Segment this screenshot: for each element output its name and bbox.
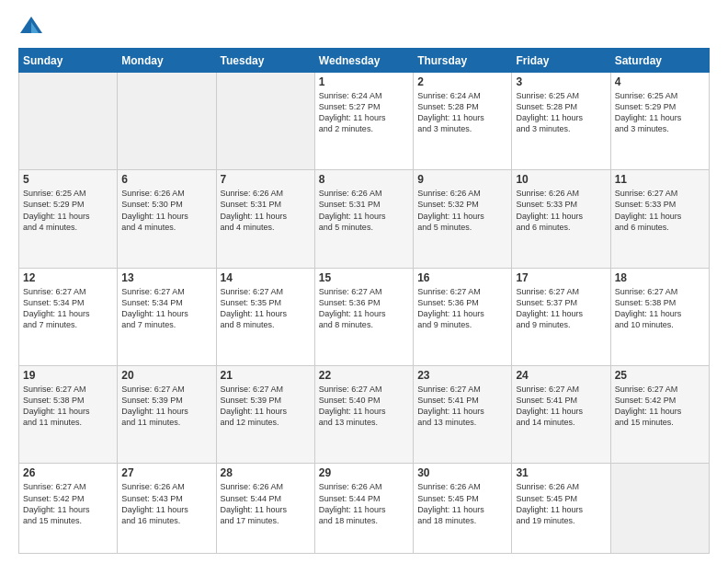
day-info: Sunrise: 6:27 AM Sunset: 5:39 PM Dayligh…	[121, 384, 211, 429]
calendar-cell: 18Sunrise: 6:27 AM Sunset: 5:38 PM Dayli…	[610, 268, 709, 365]
calendar-cell: 27Sunrise: 6:26 AM Sunset: 5:43 PM Dayli…	[118, 464, 216, 554]
day-number: 24	[516, 369, 606, 382]
day-info: Sunrise: 6:26 AM Sunset: 5:43 PM Dayligh…	[121, 481, 211, 526]
calendar-cell: 21Sunrise: 6:27 AM Sunset: 5:39 PM Dayli…	[216, 366, 314, 464]
day-number: 26	[23, 466, 113, 479]
calendar-cell	[610, 464, 709, 554]
calendar-cell: 31Sunrise: 6:26 AM Sunset: 5:45 PM Dayli…	[512, 464, 610, 554]
calendar-cell: 8Sunrise: 6:26 AM Sunset: 5:31 PM Daylig…	[314, 170, 413, 268]
logo-icon	[18, 15, 44, 40]
calendar-cell: 24Sunrise: 6:27 AM Sunset: 5:41 PM Dayli…	[512, 366, 610, 464]
calendar-cell: 3Sunrise: 6:25 AM Sunset: 5:28 PM Daylig…	[512, 73, 610, 170]
day-info: Sunrise: 6:26 AM Sunset: 5:45 PM Dayligh…	[417, 481, 507, 526]
day-number: 17	[516, 271, 606, 284]
day-info: Sunrise: 6:24 AM Sunset: 5:28 PM Dayligh…	[417, 90, 507, 135]
day-number: 14	[221, 271, 311, 284]
day-info: Sunrise: 6:27 AM Sunset: 5:34 PM Dayligh…	[23, 286, 113, 331]
calendar-week-3: 12Sunrise: 6:27 AM Sunset: 5:34 PM Dayli…	[19, 268, 710, 365]
day-info: Sunrise: 6:26 AM Sunset: 5:31 PM Dayligh…	[319, 188, 409, 233]
calendar-cell: 28Sunrise: 6:26 AM Sunset: 5:44 PM Dayli…	[216, 464, 314, 554]
calendar-week-2: 5Sunrise: 6:25 AM Sunset: 5:29 PM Daylig…	[19, 170, 710, 268]
weekday-header-tuesday: Tuesday	[216, 49, 314, 73]
logo	[18, 15, 48, 40]
day-info: Sunrise: 6:25 AM Sunset: 5:29 PM Dayligh…	[23, 188, 113, 233]
day-number: 22	[319, 369, 409, 382]
calendar-cell: 6Sunrise: 6:26 AM Sunset: 5:30 PM Daylig…	[118, 170, 216, 268]
day-info: Sunrise: 6:27 AM Sunset: 5:39 PM Dayligh…	[221, 384, 311, 429]
calendar-cell: 2Sunrise: 6:24 AM Sunset: 5:28 PM Daylig…	[414, 73, 512, 170]
day-info: Sunrise: 6:27 AM Sunset: 5:42 PM Dayligh…	[23, 481, 113, 526]
day-info: Sunrise: 6:27 AM Sunset: 5:42 PM Dayligh…	[615, 384, 705, 429]
calendar-table: SundayMondayTuesdayWednesdayThursdayFrid…	[18, 48, 710, 554]
calendar-cell: 9Sunrise: 6:26 AM Sunset: 5:32 PM Daylig…	[414, 170, 512, 268]
day-info: Sunrise: 6:26 AM Sunset: 5:44 PM Dayligh…	[221, 481, 311, 526]
day-info: Sunrise: 6:27 AM Sunset: 5:38 PM Dayligh…	[23, 384, 113, 429]
calendar-cell: 19Sunrise: 6:27 AM Sunset: 5:38 PM Dayli…	[19, 366, 118, 464]
day-info: Sunrise: 6:27 AM Sunset: 5:36 PM Dayligh…	[417, 286, 507, 331]
calendar-cell: 30Sunrise: 6:26 AM Sunset: 5:45 PM Dayli…	[414, 464, 512, 554]
calendar-cell	[118, 73, 216, 170]
day-info: Sunrise: 6:27 AM Sunset: 5:35 PM Dayligh…	[221, 286, 311, 331]
calendar-cell: 26Sunrise: 6:27 AM Sunset: 5:42 PM Dayli…	[19, 464, 118, 554]
calendar-cell	[19, 73, 118, 170]
calendar-cell: 7Sunrise: 6:26 AM Sunset: 5:31 PM Daylig…	[216, 170, 314, 268]
day-number: 2	[417, 75, 507, 88]
page: SundayMondayTuesdayWednesdayThursdayFrid…	[0, 0, 728, 563]
day-number: 3	[516, 75, 606, 88]
day-number: 7	[221, 173, 311, 186]
day-info: Sunrise: 6:26 AM Sunset: 5:30 PM Dayligh…	[121, 188, 211, 233]
day-number: 25	[615, 369, 705, 382]
calendar-cell: 23Sunrise: 6:27 AM Sunset: 5:41 PM Dayli…	[414, 366, 512, 464]
calendar-cell: 5Sunrise: 6:25 AM Sunset: 5:29 PM Daylig…	[19, 170, 118, 268]
day-number: 10	[516, 173, 606, 186]
weekday-header-saturday: Saturday	[610, 49, 709, 73]
day-number: 30	[417, 466, 507, 479]
day-info: Sunrise: 6:26 AM Sunset: 5:45 PM Dayligh…	[516, 481, 606, 526]
day-number: 16	[417, 271, 507, 284]
day-info: Sunrise: 6:27 AM Sunset: 5:33 PM Dayligh…	[615, 188, 705, 233]
day-number: 15	[319, 271, 409, 284]
calendar-cell	[216, 73, 314, 170]
calendar-week-1: 1Sunrise: 6:24 AM Sunset: 5:27 PM Daylig…	[19, 73, 710, 170]
calendar-cell: 13Sunrise: 6:27 AM Sunset: 5:34 PM Dayli…	[118, 268, 216, 365]
calendar-cell: 20Sunrise: 6:27 AM Sunset: 5:39 PM Dayli…	[118, 366, 216, 464]
calendar-week-4: 19Sunrise: 6:27 AM Sunset: 5:38 PM Dayli…	[19, 366, 710, 464]
weekday-header-wednesday: Wednesday	[314, 49, 413, 73]
day-info: Sunrise: 6:26 AM Sunset: 5:31 PM Dayligh…	[221, 188, 311, 233]
calendar-cell: 22Sunrise: 6:27 AM Sunset: 5:40 PM Dayli…	[314, 366, 413, 464]
day-number: 13	[121, 271, 211, 284]
day-number: 27	[121, 466, 211, 479]
day-number: 5	[23, 173, 113, 186]
calendar-header: SundayMondayTuesdayWednesdayThursdayFrid…	[19, 49, 710, 73]
day-info: Sunrise: 6:27 AM Sunset: 5:37 PM Dayligh…	[516, 286, 606, 331]
calendar-cell: 4Sunrise: 6:25 AM Sunset: 5:29 PM Daylig…	[610, 73, 709, 170]
calendar-cell: 29Sunrise: 6:26 AM Sunset: 5:44 PM Dayli…	[314, 464, 413, 554]
weekday-header-friday: Friday	[512, 49, 610, 73]
calendar-cell: 11Sunrise: 6:27 AM Sunset: 5:33 PM Dayli…	[610, 170, 709, 268]
weekday-header-row: SundayMondayTuesdayWednesdayThursdayFrid…	[19, 49, 710, 73]
day-info: Sunrise: 6:26 AM Sunset: 5:44 PM Dayligh…	[319, 481, 409, 526]
calendar-cell: 12Sunrise: 6:27 AM Sunset: 5:34 PM Dayli…	[19, 268, 118, 365]
weekday-header-thursday: Thursday	[414, 49, 512, 73]
calendar-cell: 1Sunrise: 6:24 AM Sunset: 5:27 PM Daylig…	[314, 73, 413, 170]
calendar-cell: 17Sunrise: 6:27 AM Sunset: 5:37 PM Dayli…	[512, 268, 610, 365]
day-info: Sunrise: 6:25 AM Sunset: 5:29 PM Dayligh…	[615, 90, 705, 135]
day-number: 11	[615, 173, 705, 186]
calendar-week-5: 26Sunrise: 6:27 AM Sunset: 5:42 PM Dayli…	[19, 464, 710, 554]
calendar-cell: 14Sunrise: 6:27 AM Sunset: 5:35 PM Dayli…	[216, 268, 314, 365]
day-number: 18	[615, 271, 705, 284]
header	[18, 15, 710, 40]
day-number: 19	[23, 369, 113, 382]
day-number: 20	[121, 369, 211, 382]
day-info: Sunrise: 6:25 AM Sunset: 5:28 PM Dayligh…	[516, 90, 606, 135]
weekday-header-sunday: Sunday	[19, 49, 118, 73]
day-info: Sunrise: 6:24 AM Sunset: 5:27 PM Dayligh…	[319, 90, 409, 135]
day-number: 9	[417, 173, 507, 186]
day-info: Sunrise: 6:27 AM Sunset: 5:38 PM Dayligh…	[615, 286, 705, 331]
calendar-cell: 15Sunrise: 6:27 AM Sunset: 5:36 PM Dayli…	[314, 268, 413, 365]
day-info: Sunrise: 6:27 AM Sunset: 5:34 PM Dayligh…	[121, 286, 211, 331]
day-number: 21	[221, 369, 311, 382]
day-number: 1	[319, 75, 409, 88]
day-info: Sunrise: 6:26 AM Sunset: 5:32 PM Dayligh…	[417, 188, 507, 233]
day-number: 8	[319, 173, 409, 186]
